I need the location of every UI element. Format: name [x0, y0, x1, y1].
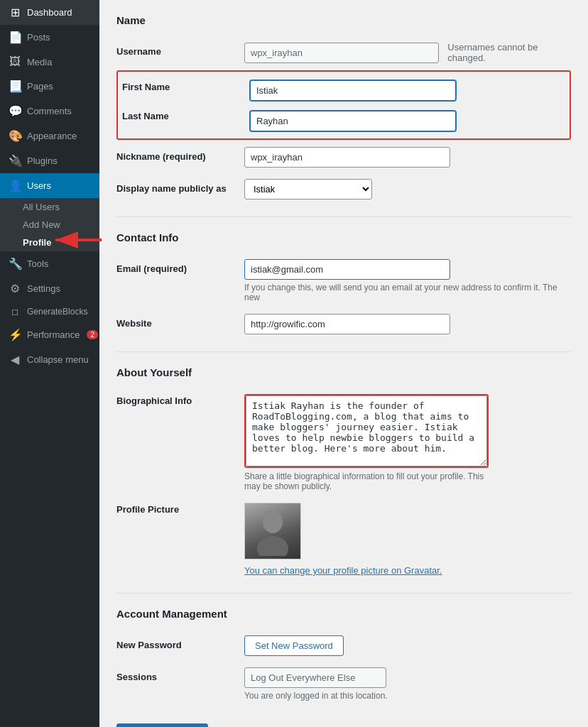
sidebar-item-tools[interactable]: 🔧 Tools — [0, 251, 99, 276]
sidebar-item-appearance[interactable]: 🎨 Appearance — [0, 124, 99, 148]
users-submenu: All Users Add New Profile — [0, 198, 99, 251]
website-input[interactable] — [244, 314, 450, 334]
generateblocks-icon: ◻ — [9, 307, 21, 317]
display-name-select[interactable]: Istiak — [244, 179, 372, 199]
sessions-input — [244, 667, 386, 688]
sessions-row: Sessions You are only logged in at this … — [116, 662, 571, 706]
account-form-table: New Password Set New Password Sessions Y… — [116, 630, 571, 706]
name-form-table: Username Usernames cannot be changed. Fi… — [116, 36, 571, 205]
sidebar-item-posts[interactable]: 📄 Posts — [0, 25, 99, 50]
svg-point-2 — [257, 536, 288, 556]
divider-3 — [116, 593, 571, 594]
arrow-annotation — [230, 716, 301, 727]
update-profile-area: Update Profile — [116, 723, 571, 727]
divider-1 — [116, 217, 571, 217]
sidebar-item-pages[interactable]: 📃 Pages — [0, 74, 99, 99]
bio-helper: Share a little biographical information … — [244, 471, 486, 491]
sidebar-item-dashboard[interactable]: ⊞ Dashboard — [0, 0, 99, 25]
sidebar: ⊞ Dashboard 📄 Posts 🖼 Media 📃 Pages 💬 Co… — [0, 0, 99, 727]
plugins-icon: 🔌 — [9, 154, 21, 168]
display-name-label: Display name publicly as — [116, 173, 244, 205]
settings-icon: ⚙ — [9, 282, 21, 295]
nickname-input[interactable] — [244, 147, 450, 168]
first-name-input[interactable] — [250, 80, 456, 101]
svg-point-1 — [263, 510, 283, 533]
gravatar-link[interactable]: You can change your profile picture on G… — [244, 565, 571, 576]
divider-2 — [116, 351, 571, 352]
sidebar-item-generateblocks[interactable]: ◻ GenerateBlocks — [0, 301, 99, 322]
sidebar-item-comments[interactable]: 💬 Comments — [0, 99, 99, 124]
bio-label: Biographical Info — [116, 388, 244, 497]
users-icon: 👤 — [9, 179, 21, 192]
about-section-title: About Yourself — [116, 366, 571, 378]
sidebar-item-performance[interactable]: ⚡ Performance 2 — [0, 322, 99, 347]
sidebar-item-plugins[interactable]: 🔌 Plugins — [0, 148, 99, 173]
sidebar-subitem-all-users[interactable]: All Users — [0, 198, 99, 216]
first-name-label: First Name — [118, 75, 246, 106]
profile-picture-area: You can change your profile picture on G… — [244, 503, 571, 576]
contact-form-table: Email (required) If you change this, we … — [116, 253, 571, 340]
tools-icon: 🔧 — [9, 257, 21, 270]
contact-section-title: Contact Info — [116, 231, 571, 244]
email-label: Email (required) — [116, 253, 244, 308]
performance-icon: ⚡ — [9, 328, 21, 341]
email-row: Email (required) If you change this, we … — [116, 253, 571, 308]
sidebar-subitem-profile[interactable]: Profile — [0, 234, 99, 251]
sessions-label: Sessions — [116, 662, 244, 706]
bio-highlight-box — [244, 394, 489, 468]
sidebar-item-users[interactable]: 👤 Users — [0, 173, 99, 198]
username-label: Username — [116, 36, 244, 69]
profile-picture-image — [244, 503, 301, 559]
website-label: Website — [116, 308, 244, 340]
appearance-icon: 🎨 — [9, 129, 21, 143]
nickname-label: Nickname (required) — [116, 141, 244, 173]
profile-picture-label: Profile Picture — [116, 497, 244, 581]
account-section-title: Account Management — [116, 608, 571, 620]
media-icon: 🖼 — [9, 55, 21, 68]
sessions-helper: You are only logged in at this location. — [244, 691, 571, 701]
username-note: Usernames cannot be changed. — [447, 42, 571, 63]
first-last-name-row: First Name Last Name — [116, 69, 571, 141]
profile-picture-row: Profile Picture You can change your prof… — [116, 497, 571, 581]
sidebar-item-collapse[interactable]: ◀ Collapse menu — [0, 347, 99, 372]
email-helper: If you change this, we will send you an … — [244, 283, 571, 302]
last-name-label: Last Name — [118, 106, 246, 136]
name-section-title: Name — [116, 14, 571, 26]
sidebar-item-media[interactable]: 🖼 Media — [0, 50, 99, 74]
username-input — [244, 43, 439, 63]
collapse-icon: ◀ — [9, 353, 21, 366]
comments-icon: 💬 — [9, 104, 21, 118]
bio-textarea[interactable] — [246, 395, 487, 466]
about-form-table: Biographical Info Share a little biograp… — [116, 388, 571, 581]
posts-icon: 📄 — [9, 31, 21, 44]
sidebar-subitem-add-new[interactable]: Add New — [0, 216, 99, 234]
username-row: Username Usernames cannot be changed. — [116, 36, 571, 69]
new-password-row: New Password Set New Password — [116, 630, 571, 662]
display-name-row: Display name publicly as Istiak — [116, 173, 571, 205]
dashboard-icon: ⊞ — [9, 6, 21, 19]
avatar-svg — [251, 506, 294, 556]
set-new-password-button[interactable]: Set New Password — [244, 635, 344, 656]
website-row: Website — [116, 308, 571, 340]
main-content: Name Username Usernames cannot be change… — [99, 0, 588, 727]
bio-row: Biographical Info Share a little biograp… — [116, 388, 571, 497]
last-name-input[interactable] — [250, 111, 456, 131]
new-password-label: New Password — [116, 630, 244, 662]
performance-badge: 2 — [87, 330, 98, 339]
nickname-row: Nickname (required) — [116, 141, 571, 173]
update-profile-button[interactable]: Update Profile — [116, 723, 208, 727]
pages-icon: 📃 — [9, 80, 21, 93]
sidebar-item-settings[interactable]: ⚙ Settings — [0, 276, 99, 301]
email-input[interactable] — [244, 259, 450, 280]
